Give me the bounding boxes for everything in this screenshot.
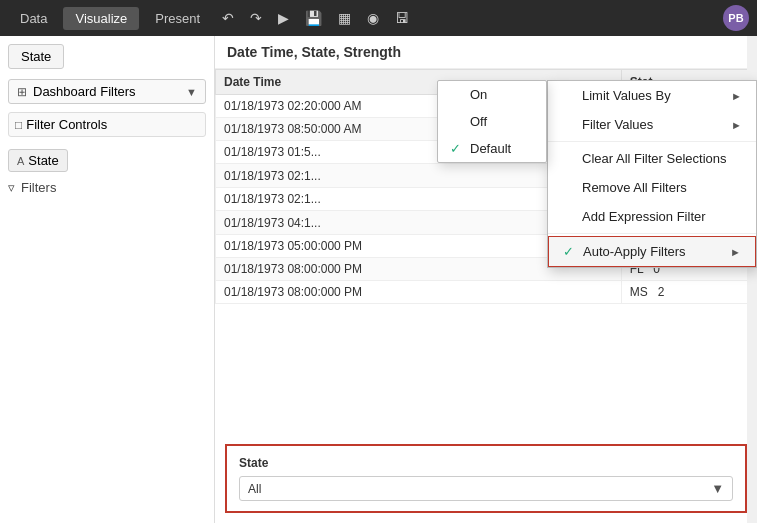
state-filter-chip[interactable]: A State (8, 149, 68, 172)
menu-label-limit-values: Limit Values By (582, 88, 671, 103)
tab-present[interactable]: Present (143, 7, 212, 30)
submenu-label-on: On (470, 87, 487, 102)
filter-controls-label: Filter Controls (26, 117, 107, 132)
text-icon: A (17, 155, 24, 167)
toolbar: Data Visualize Present ↶ ↷ ▶ 💾 ▦ ◉ 🖫 PB (0, 0, 757, 36)
submenu-arrow-icon: ► (731, 90, 742, 102)
redo-icon[interactable]: ↷ (244, 6, 268, 30)
menu-item-filter-values[interactable]: Filter Values ► (548, 110, 756, 139)
location-icon[interactable]: ◉ (361, 6, 385, 30)
check-placeholder (562, 151, 578, 166)
menu-label-add-expression: Add Expression Filter (582, 209, 706, 224)
submenu-label-default: Default (470, 141, 511, 156)
content-area: State ⊞ Dashboard Filters ▼ □ Filter Con… (0, 36, 757, 523)
dashboard-filters-icon: ⊞ (17, 85, 27, 99)
menu-divider-2 (548, 233, 756, 234)
comment-icon[interactable]: ▦ (332, 6, 357, 30)
submenu-label-off: Off (470, 114, 487, 129)
cell-datetime: 01/18/1973 08:00:000 PM (216, 281, 622, 304)
tab-visualize[interactable]: Visualize (63, 7, 139, 30)
menu-label-clear-all: Clear All Filter Selections (582, 151, 727, 166)
menu-item-remove-all[interactable]: Remove All Filters (548, 173, 756, 202)
filter-select-value: All (248, 482, 711, 496)
play-icon[interactable]: ▶ (272, 6, 295, 30)
submenu-item-default[interactable]: ✓ Default (438, 135, 546, 162)
menu-label-remove-all: Remove All Filters (582, 180, 687, 195)
cell-state: MS 2 (621, 281, 756, 304)
filters-section: ▿ Filters (8, 176, 206, 199)
filter-panel: State All ▼ (225, 444, 747, 513)
save-alt-icon[interactable]: 💾 (299, 6, 328, 30)
check-placeholder-off (450, 114, 466, 129)
chevron-down-icon: ▼ (186, 86, 197, 98)
check-placeholder-on (450, 87, 466, 102)
tab-data[interactable]: Data (8, 7, 59, 30)
filter-select-arrow-icon: ▼ (711, 481, 724, 496)
menu-item-auto-apply[interactable]: ✓ Auto-Apply Filters ► (548, 236, 756, 267)
dashboard-filters-dropdown[interactable]: ⊞ Dashboard Filters ▼ (8, 79, 206, 104)
auto-apply-submenu: On Off ✓ Default (437, 80, 547, 163)
filter-controls-icon: □ (15, 118, 22, 132)
check-placeholder (562, 209, 578, 224)
filter-panel-title: State (239, 456, 733, 470)
check-placeholder (562, 117, 578, 132)
table-row: 01/18/1973 08:00:000 PM MS 2 (216, 281, 757, 304)
user-avatar[interactable]: PB (723, 5, 749, 31)
submenu-arrow-icon: ► (731, 119, 742, 131)
main-content: Date Time, State, Strength Date Time Sta… (215, 36, 757, 523)
sidebar: State ⊞ Dashboard Filters ▼ □ Filter Con… (0, 36, 215, 523)
filter-controls-row: □ Filter Controls (8, 112, 206, 137)
submenu-item-off[interactable]: Off (438, 108, 546, 135)
filters-label-text: Filters (21, 180, 56, 195)
filter-funnel-icon: ▿ (8, 180, 15, 195)
menu-item-add-expression[interactable]: Add Expression Filter (548, 202, 756, 231)
filter-select-row[interactable]: All ▼ (239, 476, 733, 501)
check-placeholder (562, 88, 578, 103)
state-badge[interactable]: State (8, 44, 64, 69)
menu-divider (548, 141, 756, 142)
menu-label-filter-values: Filter Values (582, 117, 653, 132)
view-title: Date Time, State, Strength (215, 36, 757, 69)
state-chip-label: State (28, 153, 58, 168)
undo-icon[interactable]: ↶ (216, 6, 240, 30)
menu-item-clear-all[interactable]: Clear All Filter Selections (548, 144, 756, 173)
context-menu: Limit Values By ► Filter Values ► Clear … (547, 80, 757, 268)
submenu-item-on[interactable]: On (438, 81, 546, 108)
menu-label-auto-apply: Auto-Apply Filters (583, 244, 686, 259)
check-mark-icon: ✓ (563, 244, 579, 259)
dashboard-filters-label: Dashboard Filters (33, 84, 186, 99)
check-mark-default-icon: ✓ (450, 141, 466, 156)
submenu-arrow-icon-auto: ► (730, 246, 741, 258)
menu-item-limit-values[interactable]: Limit Values By ► (548, 81, 756, 110)
save-icon[interactable]: 🖫 (389, 6, 415, 30)
check-placeholder (562, 180, 578, 195)
